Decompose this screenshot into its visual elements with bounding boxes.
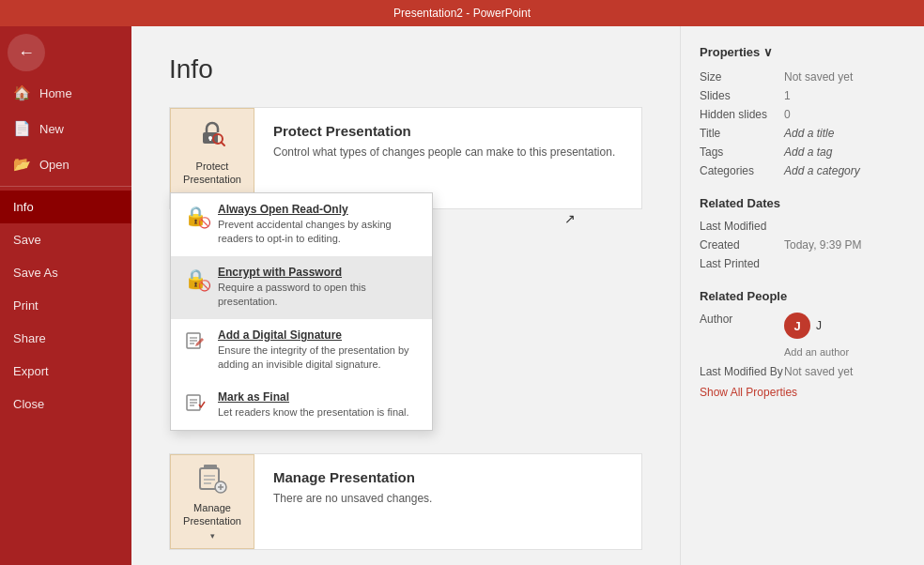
sidebar-item-print-label: Print [13,298,38,313]
protect-section-text: Protect Presentation Control what types … [254,108,634,176]
prop-row-author: Author J J Add an author [700,313,905,358]
prop-value-slides: 1 [784,89,905,102]
prop-label-last-printed: Last Printed [700,257,784,270]
read-only-icon: 🔒 🚫 [184,205,207,227]
sidebar-item-save[interactable]: Save [0,223,131,256]
prop-row-title: Title Add a title [700,127,905,140]
signature-icon [184,330,207,356]
prop-row-hidden-slides: Hidden slides 0 [700,108,905,121]
show-all-properties-link[interactable]: Show All Properties [700,386,905,399]
prop-label-size: Size [700,70,784,84]
prop-value-categories[interactable]: Add a category [784,164,905,177]
properties-table: Size Not saved yet Slides 1 Hidden slide… [700,70,905,177]
sidebar-item-new-label: New [39,122,64,136]
signature-title: Add a Digital Signature [218,328,419,342]
sidebar: ← 🏠 Home 📄 New 📂 Open Info Save Save As … [0,26,131,565]
title-bar-text: Presentation2 - PowerPoint [393,7,531,20]
manage-section-card: ManagePresentation ▾ Manage Presentation… [169,453,642,551]
related-people-title: Related People [700,289,905,303]
final-icon [184,392,207,418]
prop-label-author: Author [700,313,784,326]
sidebar-item-save-as[interactable]: Save As [0,256,131,289]
sidebar-item-print[interactable]: Print [0,289,131,322]
sidebar-item-info-label: Info [13,200,34,214]
protect-section-heading: Protect Presentation [273,123,615,139]
prop-label-created: Created [700,238,784,252]
sidebar-item-info[interactable]: Info [0,191,131,223]
properties-panel: Properties ∨ Size Not saved yet Slides 1… [680,26,924,565]
sidebar-item-close[interactable]: Close [0,388,131,420]
prop-label-last-modified: Last Modified [700,220,784,233]
related-dates-table: Last Modified Created Today, 9:39 PM Las… [700,220,905,270]
cursor-pointer: ↗ [564,211,576,226]
sidebar-item-share-label: Share [13,331,46,345]
dropdown-item-signature[interactable]: Add a Digital Signature Ensure the integ… [171,319,432,382]
home-icon: 🏠 [13,84,30,101]
protect-button-label: ProtectPresentation [183,160,241,187]
prop-label-tags: Tags [700,145,784,159]
manage-section-text: Manage Presentation There are no unsaved… [254,454,451,522]
prop-label-categories: Categories [700,164,784,177]
manage-section-description: There are no unsaved changes. [273,490,432,507]
related-dates-title: Related Dates [700,196,905,210]
encrypt-no-sign-icon: 🚫 [198,280,211,292]
prop-label-slides: Slides [700,89,784,102]
manage-icon [196,463,228,497]
dropdown-item-final[interactable]: Mark as Final Let readers know the prese… [171,381,432,429]
prop-value-title[interactable]: Add a title [784,127,905,140]
prop-value-size: Not saved yet [784,70,905,84]
manage-dropdown-arrow: ▾ [210,531,215,541]
final-title: Mark as Final [218,390,409,404]
manage-button-label: ManagePresentation [183,501,241,528]
protect-icon [195,116,229,156]
encrypt-desc: Require a password to open this presenta… [218,281,419,310]
new-icon: 📄 [13,120,30,137]
sidebar-item-share[interactable]: Share [0,322,131,355]
main-content: Info [131,26,680,565]
manage-presentation-button[interactable]: ManagePresentation ▾ [170,454,254,550]
author-name: J [816,319,822,332]
prop-row-tags: Tags Add a tag [700,145,905,159]
sidebar-item-home[interactable]: 🏠 Home [0,75,131,111]
sidebar-item-export[interactable]: Export [0,355,131,388]
final-desc: Let readers know the presentation is fin… [218,405,409,420]
properties-title: Properties ∨ [700,45,905,59]
back-button[interactable]: ← [8,34,45,71]
prop-label-title: Title [700,127,784,140]
prop-row-categories: Categories Add a category [700,164,905,177]
prop-row-size: Size Not saved yet [700,70,905,84]
sidebar-item-close-label: Close [13,397,44,411]
svg-line-4 [222,143,225,146]
sidebar-item-save-as-label: Save As [13,266,58,280]
prop-row-slides: Slides 1 [700,89,905,102]
dropdown-item-read-only[interactable]: 🔒 🚫 Always Open Read-Only Prevent accide… [171,193,432,256]
title-bar: Presentation2 - PowerPoint [0,0,924,26]
prop-value-created: Today, 9:39 PM [784,238,905,252]
read-only-title: Always Open Read-Only [218,203,419,216]
prop-value-tags[interactable]: Add a tag [784,145,905,159]
encrypt-title: Encrypt with Password [218,266,419,279]
no-sign-icon: 🚫 [198,217,211,229]
open-icon: 📂 [13,156,30,173]
sidebar-item-open-label: Open [39,158,69,172]
prop-value-last-modified-by: Not saved yet [784,365,905,378]
prop-row-last-modified: Last Modified [700,220,905,233]
dropdown-item-encrypt[interactable]: 🔒 🚫 Encrypt with Password Require a pass… [171,256,432,319]
read-only-desc: Prevent accidental changes by asking rea… [218,218,419,247]
prop-row-created: Created Today, 9:39 PM [700,238,905,252]
info-area: Info [131,26,680,565]
sidebar-item-new[interactable]: 📄 New [0,111,131,146]
sidebar-item-save-label: Save [13,233,41,247]
author-avatar: J [784,313,810,339]
sidebar-item-home-label: Home [39,86,72,100]
svg-rect-2 [209,138,211,141]
sidebar-item-export-label: Export [13,364,49,378]
prop-label-last-modified-by: Last Modified By [700,365,784,378]
page-title: Info [169,54,642,84]
manage-section-heading: Manage Presentation [273,469,432,485]
svg-rect-14 [204,465,217,468]
add-author-link[interactable]: Add an author [784,346,849,358]
properties-arrow[interactable]: ∨ [763,45,773,59]
protect-section-description: Control what types of changes people can… [273,144,615,160]
sidebar-item-open[interactable]: 📂 Open [0,146,131,182]
